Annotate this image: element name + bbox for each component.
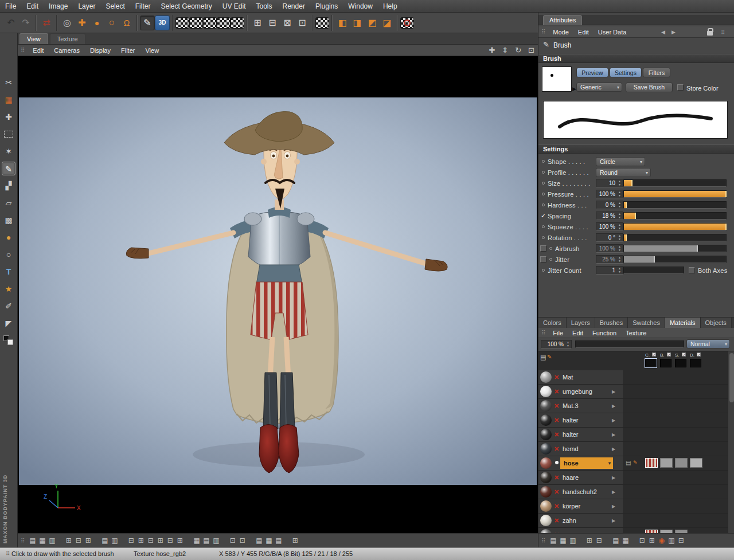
attr-menu-mode[interactable]: Mode — [548, 26, 573, 38]
raybrush-view-icon[interactable] — [189, 17, 203, 29]
grip-handle-icon[interactable]: ⠿ — [18, 47, 28, 53]
channel-thumb[interactable] — [645, 359, 657, 367]
viewport-strip-icon[interactable]: ⊞ — [83, 536, 93, 545]
channel-header-bump[interactable]: B.✓ — [660, 353, 674, 370]
expand-arrow-icon[interactable]: ▶ — [612, 504, 615, 509]
hardness-slider[interactable] — [623, 201, 727, 209]
eraser-tool-icon[interactable]: ▱ — [2, 196, 15, 210]
channel-thumb[interactable] — [660, 359, 671, 367]
squeeze-field[interactable]: 100 %▲▼ — [596, 222, 623, 231]
channel-header-color[interactable]: C.✓ — [645, 353, 659, 370]
viewport-strip-icon[interactable]: ⊞ — [136, 536, 146, 545]
materials-strip-icon[interactable]: ⊞ — [647, 536, 657, 545]
pliers-tool-icon[interactable]: ◤ — [2, 316, 15, 330]
menu-select-geometry[interactable]: Select Geometry — [155, 0, 217, 13]
unsaved-cross-icon[interactable]: ✕ — [554, 445, 559, 453]
clone-stamp-icon[interactable]: ▞ — [2, 179, 15, 193]
viewport-strip-icon[interactable]: ⊟ — [73, 536, 83, 545]
viewport-strip-icon[interactable]: ▤ — [28, 536, 37, 545]
move-texture-tool-icon[interactable]: ✚ — [2, 110, 15, 124]
rotation-slider[interactable] — [623, 234, 727, 241]
history-back-icon[interactable]: ◀ — [661, 29, 665, 35]
material-sphere[interactable] — [540, 500, 552, 512]
channel-checkbox[interactable]: ✓ — [652, 353, 656, 357]
stepper-icon[interactable]: ▲▼ — [617, 190, 622, 198]
materials-scrollbar[interactable] — [728, 351, 734, 533]
material-name[interactable]: haare — [563, 474, 579, 481]
knife-tool-icon[interactable]: ✂ — [2, 76, 15, 89]
projection-paint-icon[interactable] — [175, 17, 189, 29]
material-name[interactable]: Mat — [563, 374, 573, 381]
vp-menu-filter[interactable]: Filter — [116, 45, 140, 56]
expand-arrow-icon[interactable]: ▶ — [612, 475, 615, 480]
menu-filter[interactable]: Filter — [130, 0, 156, 13]
brush-tool-icon[interactable]: ✎ — [2, 162, 15, 175]
materials-strip-icon[interactable]: ⊞ — [584, 536, 594, 545]
tab-materials[interactable]: Materials — [665, 318, 701, 328]
drop-tool-icon[interactable]: ● — [2, 230, 15, 244]
material-row[interactable]: ✕ Mat.3 ▶ — [538, 399, 728, 413]
rotation-field[interactable]: 0 °▲▼ — [596, 233, 623, 242]
material-name[interactable]: halter — [563, 417, 579, 424]
move-gizmo-icon[interactable]: ✚ — [75, 15, 89, 30]
viewport-strip-icon[interactable]: ▤ — [100, 536, 110, 545]
viewport-strip-icon[interactable]: ▤ — [254, 536, 264, 545]
pressure-slider[interactable] — [623, 190, 727, 198]
unsaved-cross-icon[interactable]: ✕ — [554, 474, 559, 481]
keyframe-dot-icon[interactable] — [542, 236, 545, 239]
tab-objects[interactable]: Objects — [701, 318, 732, 328]
channel-checkbox[interactable]: ✓ — [682, 353, 686, 357]
material-row[interactable]: ✕ handschuh2 ▶ — [538, 485, 728, 499]
texture-thumb-color[interactable] — [645, 458, 658, 468]
keyframe-dot-icon[interactable] — [542, 269, 545, 272]
menu-plugins[interactable]: Plugins — [310, 0, 343, 13]
material-name[interactable]: körper — [563, 503, 580, 510]
preset-flyout-arrow-icon[interactable]: ▶ — [572, 86, 576, 92]
texture-thumb[interactable] — [690, 458, 702, 468]
brush-tip-preview[interactable] — [542, 66, 572, 92]
menu-image[interactable]: Image — [44, 0, 73, 13]
undo-icon[interactable]: ↶ — [3, 15, 18, 30]
toggle-view-icon[interactable]: ⊡ — [525, 46, 538, 54]
material-sphere[interactable] — [540, 515, 552, 526]
mat-menu-texture[interactable]: Texture — [621, 327, 651, 339]
unsaved-cross-icon[interactable]: ✕ — [554, 503, 559, 510]
material-name[interactable]: hemd — [563, 445, 579, 452]
materials-strip-icon[interactable]: ⊟ — [676, 536, 686, 545]
uv-edit-tool-icon[interactable]: ▦ — [2, 93, 15, 107]
unsaved-cross-icon[interactable]: ✕ — [554, 388, 559, 395]
keyframe-dot-icon[interactable] — [549, 258, 552, 261]
brush-tab-preview[interactable]: Preview — [576, 68, 608, 77]
airbrush-checkbox[interactable] — [540, 245, 546, 252]
material-row[interactable]: ✕ halter ▶ — [538, 413, 728, 428]
material-sphere[interactable] — [540, 371, 552, 383]
rotate-gizmo-icon[interactable]: ◎ — [60, 15, 75, 30]
mat-menu-edit[interactable]: Edit — [568, 327, 588, 339]
texture-preview-icon[interactable] — [315, 17, 329, 29]
keyframe-dot-icon[interactable] — [542, 182, 545, 185]
expand-arrow-icon[interactable]: ▶ — [612, 418, 615, 423]
brush-3d-icon[interactable]: 3D — [155, 15, 170, 30]
menu-file[interactable]: File — [0, 0, 21, 13]
material-name[interactable]: handschuh2 — [563, 488, 597, 495]
materials-strip-icon[interactable]: ▤ — [548, 536, 558, 545]
materials-zoom-slider[interactable] — [575, 340, 684, 348]
stepper-icon[interactable]: ▲▼ — [565, 340, 571, 348]
grip-handle-icon[interactable]: ⠿ — [538, 330, 548, 336]
airbrush-slider[interactable] — [623, 245, 727, 252]
eyedropper-tool-icon[interactable]: ✐ — [2, 299, 15, 313]
grip-handle-icon[interactable]: ⠿ — [538, 538, 548, 544]
viewport-strip-icon[interactable]: ▥ — [110, 536, 119, 545]
material-row[interactable]: ✕ umgebung ▶ — [538, 385, 728, 399]
blend-mode-dropdown[interactable]: Normal▾ — [686, 339, 730, 348]
redo-icon[interactable]: ↷ — [18, 15, 33, 30]
mat-menu-file[interactable]: File — [548, 327, 568, 339]
tab-texture[interactable]: Texture — [50, 33, 85, 44]
material-sphere[interactable] — [540, 429, 552, 440]
material-sphere[interactable] — [540, 529, 552, 533]
menu-edit[interactable]: Edit — [21, 0, 44, 13]
channel-checkbox[interactable]: ✓ — [697, 353, 701, 357]
spacing-field[interactable]: 18 %▲▼ — [596, 212, 623, 220]
multibrush-icon[interactable] — [231, 17, 244, 29]
unsaved-cross-icon[interactable]: ✕ — [554, 417, 559, 424]
